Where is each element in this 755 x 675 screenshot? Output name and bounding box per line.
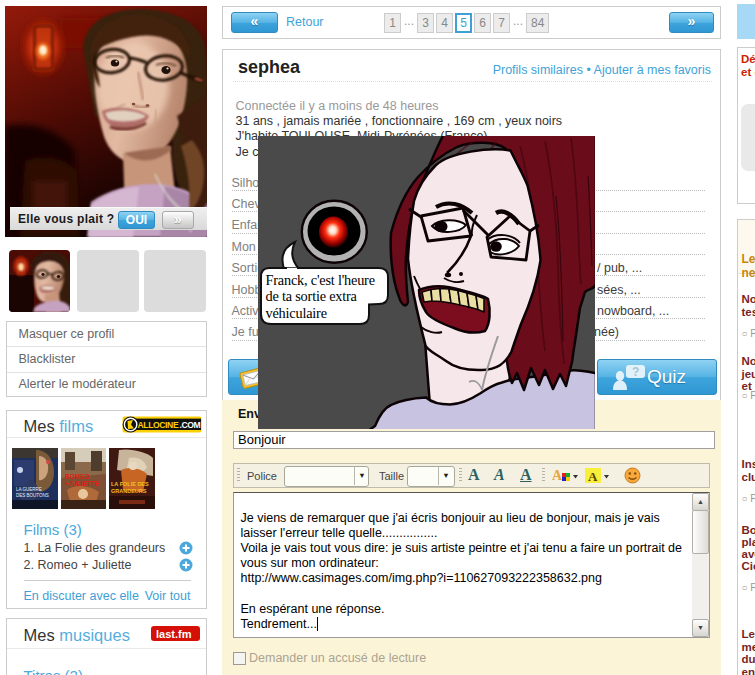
svg-text:ROMEO: ROMEO [65, 473, 90, 480]
svg-text:A: A [552, 468, 563, 483]
svg-text:.COM: .COM [179, 420, 200, 430]
svg-text:de ta sortie extra: de ta sortie extra [265, 288, 357, 304]
svg-text:DES BOUTONS: DES BOUTONS [16, 493, 49, 498]
svg-text:+JULIETTE: +JULIETTE [65, 480, 100, 487]
svg-text:?: ? [632, 365, 639, 379]
svg-text:LA GUERRE: LA GUERRE [16, 487, 42, 492]
svg-text:ALLOCINE: ALLOCINE [137, 420, 178, 430]
svg-text:Franck, c'est l'heure: Franck, c'est l'heure [265, 271, 374, 287]
svg-text:last.fm: last.fm [156, 627, 192, 639]
svg-text:GRANDEURS: GRANDEURS [111, 488, 147, 494]
svg-text:véhiculaire: véhiculaire [265, 305, 326, 321]
svg-text:A: A [588, 468, 598, 483]
svg-text:LA FOLIE DES: LA FOLIE DES [111, 481, 149, 487]
